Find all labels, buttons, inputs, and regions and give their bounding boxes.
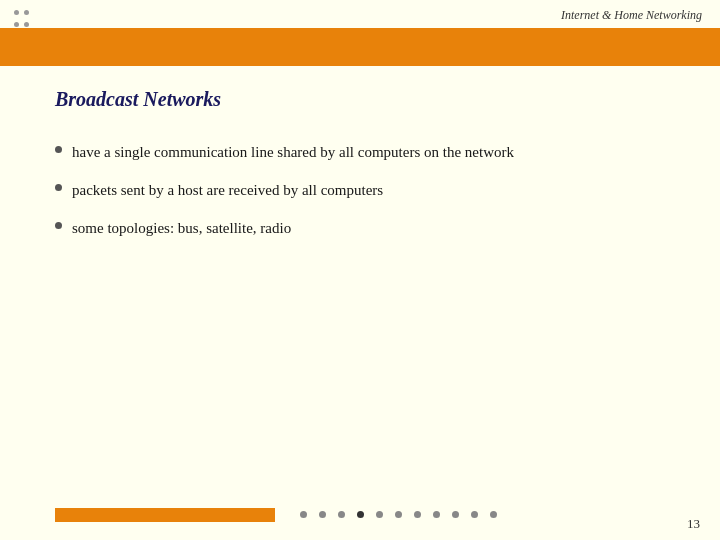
bullet-item-2: packets sent by a host are received by a… xyxy=(55,178,680,202)
bullet-item-1: have a single communication line shared … xyxy=(55,140,680,164)
nav-dot-8[interactable] xyxy=(433,511,440,518)
nav-dot-11[interactable] xyxy=(490,511,497,518)
slide-container: Internet & Home Networking Broadcast Net… xyxy=(0,0,720,540)
bullet-dot-3 xyxy=(55,222,62,229)
nav-dot-2[interactable] xyxy=(319,511,326,518)
decoration-dot xyxy=(24,10,29,15)
decoration-dot xyxy=(14,22,19,27)
bottom-bar xyxy=(55,508,275,522)
nav-dot-9[interactable] xyxy=(452,511,459,518)
nav-dot-6[interactable] xyxy=(395,511,402,518)
bullet-dot-2 xyxy=(55,184,62,191)
bullet-text-3: some topologies: bus, satellite, radio xyxy=(72,216,680,240)
decoration-dot xyxy=(14,10,19,15)
nav-dot-7[interactable] xyxy=(414,511,421,518)
bullet-text-1: have a single communication line shared … xyxy=(72,140,680,164)
nav-dot-4[interactable] xyxy=(357,511,364,518)
slide-content: have a single communication line shared … xyxy=(55,140,680,254)
top-banner xyxy=(0,28,720,66)
page-number: 13 xyxy=(687,516,700,532)
bullet-item-3: some topologies: bus, satellite, radio xyxy=(55,216,680,240)
bullet-dot-1 xyxy=(55,146,62,153)
slide-header-title: Internet & Home Networking xyxy=(561,8,702,23)
nav-dot-1[interactable] xyxy=(300,511,307,518)
bottom-dots-navigation xyxy=(300,511,497,518)
nav-dot-10[interactable] xyxy=(471,511,478,518)
nav-dot-5[interactable] xyxy=(376,511,383,518)
nav-dot-3[interactable] xyxy=(338,511,345,518)
decoration-dot xyxy=(24,22,29,27)
slide-title: Broadcast Networks xyxy=(55,88,221,111)
bullet-text-2: packets sent by a host are received by a… xyxy=(72,178,680,202)
